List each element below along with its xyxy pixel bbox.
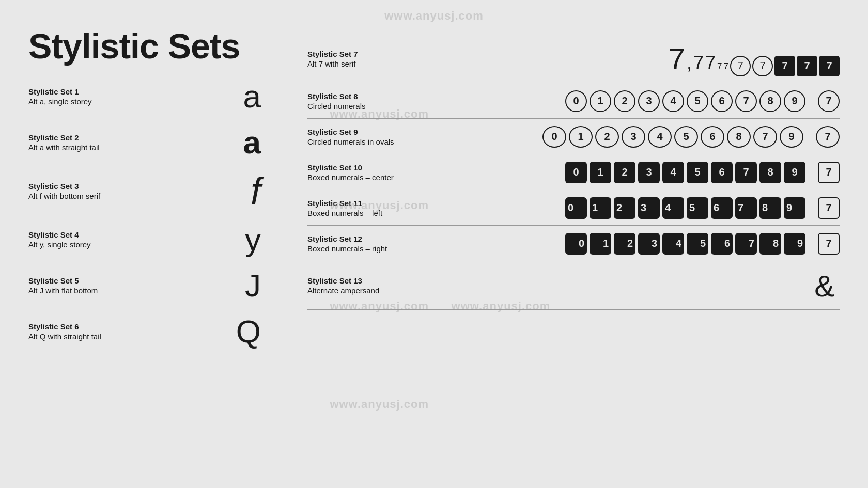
list-item: Stylistic Set 3 Alt f with bottom serif … (28, 165, 266, 216)
list-item: Stylistic Set 2 Alt a with straight tail… (28, 119, 266, 165)
oval-numerals: 0 1 2 3 4 5 6 8 7 9 7 (542, 126, 840, 148)
list-item: Stylistic Set 7 Alt 7 with serif 7 , 7 7… (307, 34, 840, 83)
set-glyph: J (245, 270, 266, 302)
set-desc: Circled numerals in ovals (307, 137, 394, 146)
right-column: Stylistic Set 7 Alt 7 with serif 7 , 7 7… (276, 28, 840, 354)
item-divider (28, 354, 266, 354)
list-item: Stylistic Set 13 Alternate ampersand & (307, 261, 840, 309)
top-divider (28, 25, 840, 25)
list-item: Stylistic Set 11 Boxed numerals – left 0… (307, 190, 840, 225)
boxed-right-numerals: 0 1 2 3 4 5 6 7 8 9 7 (565, 233, 840, 255)
set-desc: Alt a, single storey (28, 97, 92, 106)
set-name: Stylistic Set 4 (28, 230, 91, 239)
list-item: Stylistic Set 10 Boxed numerals – center… (307, 154, 840, 190)
set-name: Stylistic Set 9 (307, 128, 394, 136)
set-desc: Alt f with bottom serif (28, 192, 100, 200)
set-name: Stylistic Set 13 (307, 276, 379, 285)
set-name: Stylistic Set 1 (28, 87, 92, 96)
set-glyph: y (245, 224, 266, 256)
list-item: Stylistic Set 4 Alt y, single storey y (28, 216, 266, 262)
ampersand-glyph: & (814, 269, 834, 303)
set-name: Stylistic Set 5 (28, 276, 98, 285)
set-glyph: a (243, 81, 266, 113)
list-item: Stylistic Set 6 Alt Q with straight tail… (28, 308, 266, 354)
set-name: Stylistic Set 8 (307, 92, 366, 101)
set-desc: Circled numerals (307, 102, 366, 111)
seven-glyphs: 7 , 7 7 7 7 7 7 7 7 7 (669, 41, 840, 76)
set-desc: Alt J with flat bottom (28, 286, 98, 295)
set-glyph: a (243, 127, 266, 159)
page-title: Stylistic Sets (28, 28, 266, 64)
list-item: Stylistic Set 8 Circled numerals 0 1 2 3… (307, 83, 840, 118)
set-desc: Alt 7 with serif (307, 59, 358, 68)
set-desc: Alt a with straight tail (28, 143, 100, 152)
set-desc: Boxed numerals – right (307, 244, 387, 253)
list-item: Stylistic Set 12 Boxed numerals – right … (307, 226, 840, 261)
item-divider (307, 309, 840, 310)
list-item: Stylistic Set 5 Alt J with flat bottom J (28, 262, 266, 308)
set-desc: Boxed numerals – center (307, 173, 394, 182)
list-item: Stylistic Set 1 Alt a, single storey a (28, 73, 266, 119)
set-name: Stylistic Set 6 (28, 322, 101, 331)
set-desc: Alt y, single storey (28, 240, 91, 249)
set-glyph: f (251, 172, 266, 210)
circled-numerals: 0 1 2 3 4 5 6 7 8 9 7 (565, 90, 840, 112)
set-desc: Boxed numerals – left (307, 209, 382, 217)
set-desc: Alt Q with straight tail (28, 332, 101, 341)
set-name: Stylistic Set 12 (307, 234, 387, 243)
set-name: Stylistic Set 10 (307, 163, 394, 172)
set-glyph: Q (236, 316, 266, 348)
boxed-center-numerals: 0 1 2 3 4 5 6 7 8 9 7 (565, 162, 840, 183)
set-desc: Alternate ampersand (307, 286, 379, 295)
boxed-left-numerals: 0 1 2 3 4 5 6 7 8 9 7 (565, 197, 840, 219)
set-name: Stylistic Set 3 (28, 182, 100, 191)
set-name: Stylistic Set 2 (28, 133, 100, 142)
set-name: Stylistic Set 11 (307, 199, 382, 208)
left-column: Stylistic Sets Stylistic Set 1 Alt a, si… (28, 28, 276, 354)
watermark-6: www.anyusj.com (330, 398, 429, 411)
list-item: Stylistic Set 9 Circled numerals in oval… (307, 119, 840, 154)
set-name: Stylistic Set 7 (307, 50, 358, 58)
